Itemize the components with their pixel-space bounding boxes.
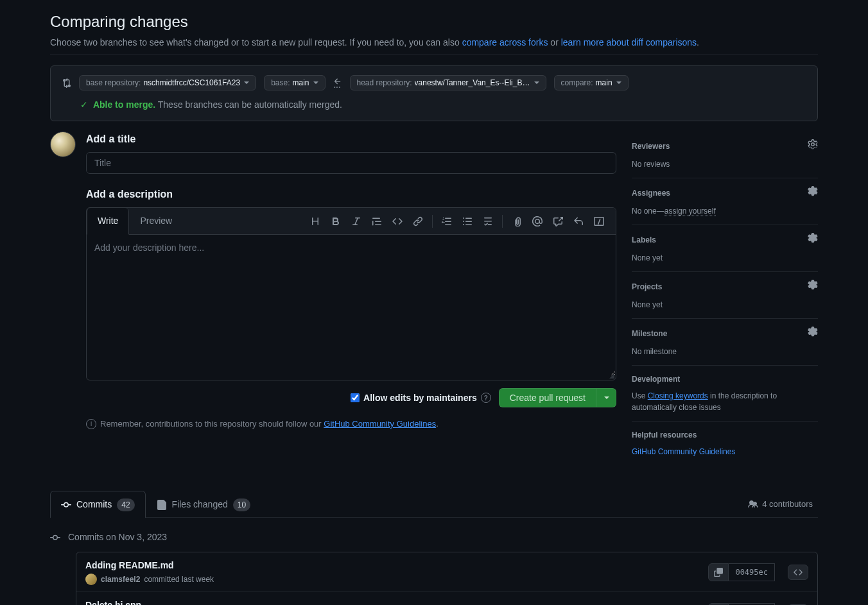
create-pr-dropdown[interactable]	[596, 388, 616, 407]
copy-icon	[714, 568, 723, 577]
create-pr-button[interactable]: Create pull request	[499, 388, 596, 407]
caret-down-icon	[244, 81, 249, 84]
milestone-block: Milestone No milestone	[632, 319, 818, 366]
compare-branch-selector[interactable]: compare: main	[554, 75, 629, 90]
info-icon: i	[86, 419, 96, 429]
subhead-description: Choose two branches to see what's change…	[50, 36, 818, 49]
commits-count: 42	[117, 498, 134, 511]
heading-icon[interactable]	[306, 212, 324, 230]
attachment-icon[interactable]	[508, 212, 526, 230]
commit-sha-group: e2492ca	[708, 603, 775, 606]
task-list-icon[interactable]	[479, 212, 497, 230]
mention-icon[interactable]	[528, 212, 546, 230]
base-repo-selector[interactable]: base repository: nschmidtfrcc/CSC1061FA2…	[79, 75, 256, 90]
subhead: Comparing changes Choose two branches to…	[50, 10, 818, 55]
unordered-list-icon[interactable]	[458, 212, 476, 230]
commits-tab[interactable]: Commits 42	[50, 491, 146, 518]
resources-body: GitHub Community Guidelines	[632, 446, 818, 457]
check-icon: ✓	[80, 99, 88, 110]
copy-sha-button[interactable]	[708, 563, 729, 581]
commit-list: Adding README.md clamsfeel2 committed la…	[76, 552, 818, 605]
git-commit-icon	[50, 533, 60, 543]
commit-title[interactable]: Delete hi.cpp	[85, 599, 655, 605]
milestone-title: Milestone	[632, 328, 667, 339]
git-compare-icon	[61, 78, 71, 88]
commit-sha[interactable]: e2492ca	[729, 603, 775, 606]
file-diff-icon	[157, 500, 167, 510]
cross-reference-icon[interactable]	[549, 212, 567, 230]
files-changed-tab[interactable]: Files changed 10	[146, 491, 262, 518]
labels-body: None yet	[632, 252, 818, 264]
commit-sha-group: 00495ec	[708, 563, 775, 581]
merge-status-desc: These branches can be automatically merg…	[158, 99, 342, 110]
comment-box: Write Preview	[86, 207, 616, 380]
development-block: Development Use Closing keywords in the …	[632, 366, 818, 422]
caret-down-icon	[616, 81, 621, 84]
git-commit-icon	[61, 500, 71, 510]
ordered-list-icon[interactable]	[438, 212, 456, 230]
caret-down-icon	[313, 81, 318, 84]
copy-sha-button[interactable]	[708, 603, 729, 606]
assignees-title: Assignees	[632, 187, 670, 199]
projects-block: Projects None yet	[632, 272, 818, 319]
resources-title: Helpful resources	[632, 429, 697, 441]
compare-forks-link[interactable]: compare across forks	[462, 37, 548, 47]
quote-icon[interactable]	[368, 212, 386, 230]
commit-author-avatar[interactable]	[85, 574, 97, 585]
help-icon[interactable]: ?	[481, 393, 491, 403]
code-icon[interactable]	[388, 212, 406, 230]
description-textarea[interactable]	[87, 235, 616, 376]
projects-title: Projects	[632, 281, 662, 293]
reviewers-title: Reviewers	[632, 141, 670, 152]
caret-down-icon	[604, 396, 609, 399]
preview-tab[interactable]: Preview	[129, 208, 183, 235]
gear-icon[interactable]	[808, 233, 818, 247]
commit-item: Adding README.md clamsfeel2 committed la…	[76, 552, 817, 592]
user-avatar	[50, 132, 76, 157]
resources-link[interactable]: GitHub Community Guidelines	[632, 447, 735, 456]
allow-edits-checkbox[interactable]	[351, 393, 360, 402]
base-branch-selector[interactable]: base: main	[264, 75, 325, 90]
gear-icon[interactable]	[808, 139, 818, 153]
reply-icon[interactable]	[569, 212, 587, 230]
projects-body: None yet	[632, 299, 818, 311]
bold-icon[interactable]	[327, 212, 345, 230]
merge-status: ✓ Able to merge. These branches can be a…	[61, 98, 807, 112]
title-input[interactable]	[86, 152, 616, 174]
head-repo-selector[interactable]: head repository: vanestw/Tanner_Van_Es--…	[350, 75, 546, 90]
labels-block: Labels None yet	[632, 225, 818, 272]
reviewers-block: Reviewers No reviews	[632, 132, 818, 178]
development-title: Development	[632, 373, 680, 385]
gear-icon[interactable]	[808, 327, 818, 341]
code-icon	[794, 568, 803, 577]
slash-icon[interactable]	[590, 212, 608, 230]
guidelines-link[interactable]: GitHub Community Guidelines	[324, 419, 436, 429]
labels-title: Labels	[632, 234, 656, 246]
files-tab-label: Files changed	[172, 498, 228, 511]
merge-status-label: Able to merge.	[93, 99, 155, 110]
commit-sha[interactable]: 00495ec	[729, 563, 775, 581]
commit-title[interactable]: Adding README.md	[85, 559, 700, 572]
title-label: Add a title	[86, 132, 616, 147]
contributors-indicator[interactable]: 4 contributors	[748, 498, 818, 511]
gear-icon[interactable]	[808, 186, 818, 200]
closing-keywords-link[interactable]: Closing keywords	[648, 391, 708, 400]
commit-author[interactable]: clamsfeel2	[101, 574, 140, 585]
write-tab[interactable]: Write	[87, 208, 129, 235]
allow-edits-checkbox-label[interactable]: Allow edits by maintainers ?	[351, 391, 491, 405]
link-icon[interactable]	[409, 212, 427, 230]
reviewers-body: No reviews	[632, 158, 818, 170]
assignees-block: Assignees No one—assign yourself	[632, 178, 818, 225]
commit-item: Delete hi.cpp vanestw committed last wee…	[76, 592, 817, 605]
assign-yourself-link[interactable]: assign yourself	[664, 207, 716, 216]
guidelines-note: i Remember, contributions to this reposi…	[86, 418, 616, 430]
gear-icon[interactable]	[808, 280, 818, 294]
commit-time: committed last week	[144, 574, 214, 585]
tab-nav: Commits 42 Files changed 10 4 contributo…	[50, 491, 818, 518]
description-label: Add a description	[86, 187, 616, 202]
italic-icon[interactable]	[347, 212, 365, 230]
milestone-body: No milestone	[632, 346, 818, 357]
people-icon	[748, 499, 758, 509]
browse-code-button[interactable]	[788, 565, 808, 580]
learn-diff-link[interactable]: learn more about diff comparisons	[561, 37, 697, 47]
